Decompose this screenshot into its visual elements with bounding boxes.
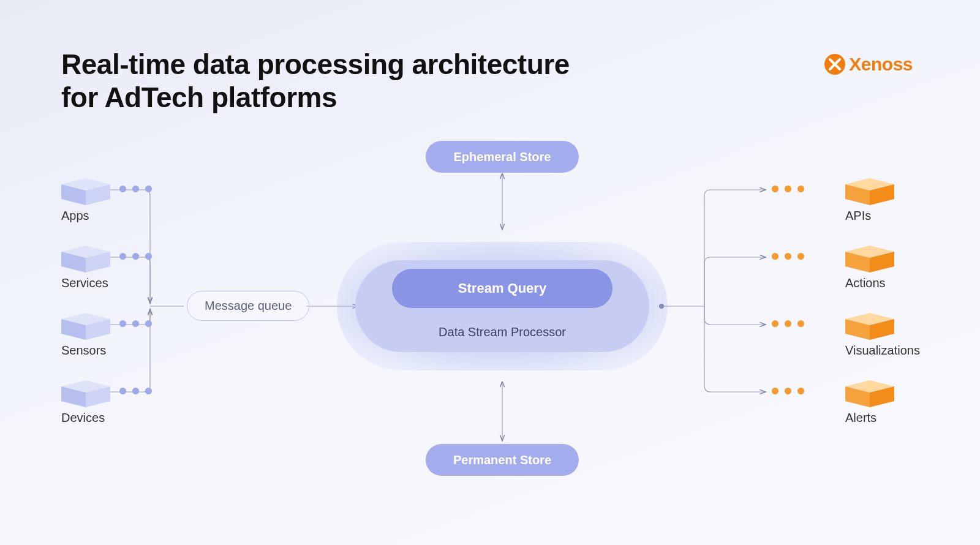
- brand-logo: Xenoss: [824, 54, 913, 75]
- title-line-1: Real-time data processing architecture: [61, 48, 570, 80]
- sink-dots-icon: [772, 186, 804, 192]
- architecture-diagram: Apps Services Sensors Devices APIs Actio…: [0, 141, 980, 521]
- sink-label: APIs: [845, 209, 931, 223]
- processor-label: Data Stream Processor: [439, 325, 566, 339]
- page-title: Real-time data processing architecture f…: [61, 48, 570, 115]
- ephemeral-store-node: Ephemeral Store: [426, 141, 579, 173]
- source-dots-icon: [119, 186, 152, 192]
- source-label: Devices: [61, 411, 105, 425]
- data-stream-processor-node: Stream Query Data Stream Processor: [337, 242, 668, 370]
- brand-logo-mark: [824, 54, 845, 75]
- stream-query-label: Stream Query: [458, 280, 546, 296]
- sink-dots-icon: [772, 253, 804, 260]
- stream-query-node: Stream Query: [392, 269, 612, 308]
- source-label: Apps: [61, 209, 89, 223]
- sink-label: Actions: [845, 276, 931, 290]
- message-queue-node: Message queue: [187, 291, 309, 321]
- brand-name: Xenoss: [849, 54, 913, 75]
- source-label: Services: [61, 276, 108, 290]
- sink-label: Alerts: [845, 411, 931, 425]
- source-dots-icon: [119, 320, 152, 327]
- sink-dots-icon: [772, 388, 804, 394]
- sink-dots-icon: [772, 320, 804, 327]
- sink-label: Visualizations: [845, 344, 931, 358]
- ephemeral-store-label: Ephemeral Store: [454, 150, 551, 164]
- title-line-2: for AdTech platforms: [61, 81, 337, 113]
- permanent-store-node: Permanent Store: [426, 444, 579, 476]
- permanent-store-label: Permanent Store: [453, 453, 551, 467]
- source-dots-icon: [119, 388, 152, 394]
- message-queue-label: Message queue: [205, 299, 292, 312]
- source-dots-icon: [119, 253, 152, 260]
- source-label: Sensors: [61, 344, 106, 358]
